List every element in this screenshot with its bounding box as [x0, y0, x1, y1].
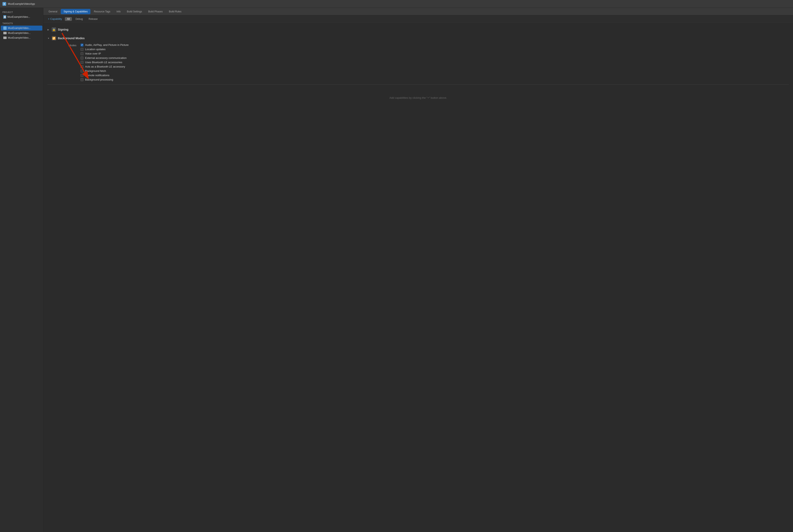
- background-modes-arrow-icon: ▼: [47, 37, 50, 39]
- tab-build-phases[interactable]: Build Phases: [146, 9, 166, 14]
- tab-build-settings[interactable]: Build Settings: [124, 9, 145, 14]
- mode-external-accessory-label: External accessory communication: [85, 56, 127, 59]
- mode-location: Location updates: [80, 48, 129, 51]
- mode-bluetooth-le-label: Uses Bluetooth LE accessories: [85, 61, 122, 64]
- project-label: MuxExampleVideo...: [7, 16, 30, 18]
- target-2-label: MuxExampleVideo...: [8, 32, 31, 35]
- targets-section-header: TARGETS: [0, 21, 43, 25]
- tab-build-rules[interactable]: Build Rules: [166, 9, 185, 14]
- empty-hint: Add capabilities by clicking the "+" but…: [47, 88, 789, 108]
- main-layout: PROJECT 📋 MuxExampleVideo... TARGETS Mux…: [0, 8, 793, 532]
- signing-section-title: Signing: [58, 28, 69, 31]
- mode-audio-label: Audio, AirPlay, and Picture in Picture: [85, 43, 129, 46]
- filter-debug-button[interactable]: Debug: [74, 17, 85, 21]
- capability-toolbar: + Capability All Debug Release: [43, 15, 793, 23]
- sidebar-item-target-3[interactable]: MuxExampleVideo...: [1, 36, 42, 40]
- modes-container: Modes Audio, AirPlay, and Picture in Pic…: [64, 43, 789, 81]
- checkbox-voip[interactable]: [80, 52, 83, 55]
- mode-remote-notifications-label: Remote notifications: [85, 74, 110, 77]
- checkbox-background-processing[interactable]: [80, 78, 83, 81]
- add-capability-button[interactable]: + Capability: [47, 17, 63, 21]
- titlebar: X MuxExampleVideoApp: [0, 0, 793, 8]
- mode-remote-notifications: Remote notifications: [80, 74, 129, 77]
- sidebar-item-target-2[interactable]: MuxExampleVideo...: [1, 31, 42, 35]
- checkbox-bluetooth-accessory[interactable]: [80, 65, 83, 68]
- background-modes-section-icon: 🔁: [52, 36, 56, 40]
- filter-release-button[interactable]: Release: [86, 17, 100, 21]
- checkbox-external-accessory[interactable]: [80, 57, 83, 59]
- sidebar-item-target-app[interactable]: MuxExampleVideo...: [1, 25, 42, 31]
- content-area: General Signing & Capabilities Resource …: [43, 8, 793, 532]
- mode-external-accessory: External accessory communication: [80, 56, 129, 59]
- mode-voip: Voice over IP: [80, 52, 129, 55]
- checkbox-background-fetch[interactable]: [80, 70, 83, 73]
- sidebar-item-project[interactable]: 📋 MuxExampleVideo...: [1, 15, 42, 19]
- tab-general[interactable]: General: [46, 9, 60, 14]
- target-3-icon: [3, 37, 6, 39]
- modes-list: Audio, AirPlay, and Picture in Picture L…: [80, 43, 129, 81]
- signing-section-header[interactable]: ▶ 🔒 Signing: [47, 26, 789, 33]
- main-content: ▶ 🔒 Signing ▼ 🔁 Background Modes Modes: [43, 23, 793, 532]
- filter-all-button[interactable]: All: [65, 17, 72, 21]
- mode-bluetooth-accessory: Acts as a Bluetooth LE accessory: [80, 65, 129, 68]
- background-modes-header[interactable]: ▼ 🔁 Background Modes: [47, 35, 789, 42]
- modes-label-row: Modes Audio, AirPlay, and Picture in Pic…: [64, 43, 789, 81]
- background-modes-title: Background Modes: [58, 37, 85, 40]
- tab-signing[interactable]: Signing & Capabilities: [61, 9, 91, 14]
- signing-section: ▶ 🔒 Signing: [47, 26, 789, 33]
- signing-section-icon: 🔒: [52, 27, 56, 32]
- target-app-icon: [3, 26, 6, 30]
- mode-voip-label: Voice over IP: [85, 52, 101, 55]
- mode-bluetooth-accessory-label: Acts as a Bluetooth LE accessory: [85, 65, 125, 68]
- tab-resource-tags[interactable]: Resource Tags: [91, 9, 113, 14]
- mode-bluetooth-le: Uses Bluetooth LE accessories: [80, 61, 129, 64]
- mode-location-label: Location updates: [85, 48, 105, 51]
- sidebar: PROJECT 📋 MuxExampleVideo... TARGETS Mux…: [0, 8, 43, 532]
- checkbox-location[interactable]: [80, 48, 83, 51]
- target-2-icon: [3, 32, 6, 34]
- mode-background-fetch: Background fetch: [80, 70, 129, 73]
- checkbox-remote-notifications[interactable]: [80, 74, 83, 77]
- tab-info[interactable]: Info: [114, 9, 123, 14]
- signing-arrow-icon: ▶: [47, 28, 50, 31]
- section-divider: [47, 84, 789, 85]
- target-app-label: MuxExampleVideo...: [8, 27, 31, 30]
- background-modes-section: ▼ 🔁 Background Modes Modes Audio, AirPla…: [47, 35, 789, 81]
- modes-label: Modes: [64, 43, 76, 47]
- mode-audio: Audio, AirPlay, and Picture in Picture: [80, 43, 129, 46]
- project-file-icon: 📋: [3, 15, 6, 19]
- checkbox-audio[interactable]: [80, 43, 83, 46]
- app-icon: X: [2, 2, 6, 6]
- project-section-header: PROJECT: [0, 10, 43, 14]
- mode-background-fetch-label: Background fetch: [85, 70, 106, 73]
- mode-background-processing-label: Background processing: [85, 78, 113, 81]
- app-title: MuxExampleVideoApp: [8, 2, 35, 5]
- mode-background-processing: Background processing: [80, 78, 129, 81]
- checkbox-bluetooth-le[interactable]: [80, 61, 83, 64]
- tab-bar: General Signing & Capabilities Resource …: [43, 8, 793, 15]
- target-3-label: MuxExampleVideo...: [8, 36, 31, 39]
